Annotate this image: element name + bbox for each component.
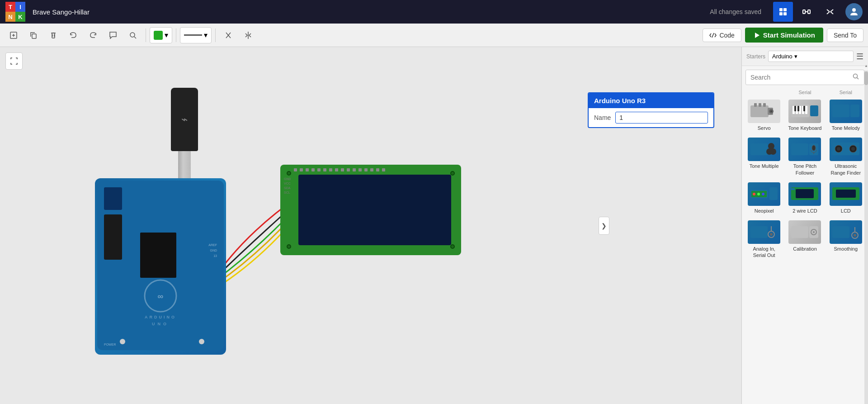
svg-rect-55 — [794, 106, 796, 111]
svg-rect-28 — [140, 233, 176, 278]
user-avatar[interactable] — [845, 3, 863, 20]
col-label-serial-1: Serial — [786, 90, 824, 95]
svg-rect-0 — [779, 8, 783, 11]
svg-point-45 — [770, 110, 772, 112]
design-view-btn[interactable] — [773, 2, 793, 22]
comp-item-tone-melody[interactable]: Tone Melody — [827, 97, 865, 134]
component-name-input[interactable] — [615, 112, 708, 124]
canvas-area[interactable]: ⌁ ∞ ARDUINO — [0, 47, 741, 404]
svg-point-88 — [770, 233, 773, 236]
lcd-pin — [335, 168, 338, 171]
new-button[interactable] — [5, 26, 23, 44]
color-picker-dropdown[interactable]: ▾ — [150, 27, 172, 43]
comp-item-ultrasonic[interactable]: Ultrasonic Range Finder — [827, 135, 865, 179]
color-swatch — [154, 31, 163, 40]
svg-rect-46 — [754, 103, 757, 107]
svg-text:POWER: POWER — [104, 343, 116, 346]
svg-rect-16 — [32, 34, 36, 38]
comp-thumb-tone-keyboard — [788, 100, 821, 123]
logo-k: K — [15, 12, 25, 22]
comp-item-2-wire-lcd[interactable]: 2 wire LCD — [786, 180, 824, 217]
svg-rect-93 — [832, 226, 849, 238]
usb-symbol: ⌁ — [181, 113, 188, 126]
right-panel: Starters Arduino ▾ ☰ Serial Serial — [741, 47, 868, 404]
comp-item-analog-in[interactable]: Analog In, Serial Out — [745, 218, 783, 261]
undo-button[interactable] — [64, 26, 82, 44]
components-grid: Servo — [742, 95, 868, 404]
lcd-pin — [300, 168, 303, 171]
svg-rect-1 — [783, 8, 787, 11]
comp-item-tone-keyboard[interactable]: Tone Keyboard — [786, 97, 824, 134]
svg-rect-57 — [803, 106, 805, 111]
starters-dropdown[interactable]: Arduino ▾ — [768, 51, 854, 62]
comp-label-smoothing: Smoothing — [834, 246, 858, 252]
col-label-1 — [745, 90, 783, 95]
svg-line-41 — [857, 78, 859, 80]
arduino-board[interactable]: ∞ ARDUINO UNO AREF GND 13 POWER ANALOG I… — [95, 178, 226, 355]
lcd-pin — [323, 168, 326, 171]
code-view-btn[interactable] — [820, 2, 840, 22]
comment-button[interactable] — [104, 26, 122, 44]
panel-scrollbar[interactable]: ▲ ▼ — [864, 71, 868, 404]
user-project-name: Brave Sango-Hillar — [33, 8, 90, 16]
start-sim-label: Start Simulation — [763, 31, 815, 39]
logo-n: N — [5, 12, 15, 22]
lcd-mount-hole — [450, 171, 455, 176]
svg-point-64 — [766, 148, 773, 155]
svg-rect-58 — [810, 105, 818, 116]
lcd-display[interactable]: GND VCC SDA SCL — [280, 165, 461, 255]
topbar: T I N K Brave Sango-Hillar All changes s… — [0, 0, 868, 24]
lcd-pin-sda: SDA — [284, 186, 291, 190]
separator-1 — [146, 29, 146, 42]
comp-item-neopixel[interactable]: Neopixel — [745, 180, 783, 217]
lcd-pin — [376, 168, 379, 171]
fit-to-screen-button[interactable] — [5, 52, 23, 70]
inspect-button[interactable] — [124, 26, 142, 44]
scroll-up-arrow[interactable]: ▲ — [864, 62, 868, 70]
send-to-button[interactable]: Send To — [827, 29, 863, 42]
comp-item-smoothing[interactable]: Smoothing — [827, 218, 865, 261]
collapse-panel-button[interactable]: ❯ — [599, 217, 609, 235]
lcd-pin — [353, 168, 356, 171]
arduino-board-body: ∞ ARDUINO UNO AREF GND 13 POWER ANALOG I… — [95, 178, 226, 355]
comp-row-1: Servo — [744, 97, 866, 134]
lcd-pin — [370, 168, 373, 171]
svg-rect-39 — [199, 339, 204, 344]
component-name-popup: Arduino Uno R3 Name — [588, 92, 714, 128]
comp-thumb-lcd — [830, 182, 862, 206]
panel-section-label: Starters — [746, 53, 765, 60]
starters-dropdown-arrow: ▾ — [794, 53, 797, 60]
code-button[interactable]: Code — [703, 29, 741, 42]
line-dropdown-arrow: ▾ — [204, 31, 208, 39]
redo-button[interactable] — [84, 26, 102, 44]
panel-header: Starters Arduino ▾ ☰ — [742, 47, 868, 66]
flip-horizontal-button[interactable] — [219, 26, 237, 44]
comp-row-2: Tone Multiple Tone Pitch Follower — [744, 135, 866, 179]
comp-item-tone-multiple[interactable]: Tone Multiple — [745, 135, 783, 179]
svg-rect-2 — [779, 12, 783, 15]
start-simulation-button[interactable]: Start Simulation — [745, 28, 823, 43]
name-popup-row: Name — [589, 108, 713, 127]
svg-point-40 — [854, 74, 858, 78]
comp-item-tone-pitch-follower[interactable]: Tone Pitch Follower — [786, 135, 824, 179]
schematic-view-btn[interactable] — [797, 2, 816, 22]
lcd-pin — [359, 168, 362, 171]
toolbar: ▾ ▾ Code Start — [0, 24, 868, 47]
send-to-label: Send To — [834, 32, 857, 39]
svg-line-9 — [830, 10, 833, 12]
line-style-dropdown[interactable]: ▾ — [180, 27, 212, 43]
delete-button[interactable] — [44, 26, 62, 44]
lcd-screen — [298, 175, 451, 245]
copy-button[interactable] — [24, 26, 42, 44]
svg-line-21 — [134, 37, 136, 38]
mirror-button[interactable] — [239, 26, 257, 44]
comp-item-servo[interactable]: Servo — [745, 97, 783, 134]
comp-item-lcd[interactable]: LCD — [827, 180, 865, 217]
usb-plug: ⌁ — [171, 88, 198, 151]
tinkercad-logo[interactable]: T I N K — [5, 2, 25, 22]
comp-item-calibration[interactable]: Calibration — [786, 218, 824, 261]
panel-list-view-button[interactable]: ☰ — [856, 52, 863, 62]
search-input[interactable] — [750, 74, 849, 81]
svg-line-23 — [712, 33, 714, 38]
name-popup-title: Arduino Uno R3 — [589, 93, 713, 108]
